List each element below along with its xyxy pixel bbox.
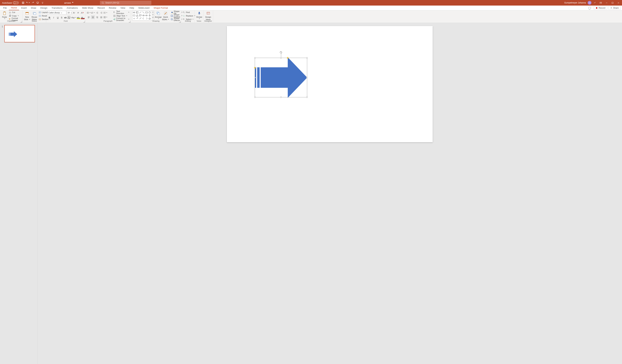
record-button[interactable]: Record	[594, 6, 607, 10]
increase-font-icon[interactable]: A^	[72, 11, 76, 15]
tab-design[interactable]: Design	[38, 5, 49, 10]
tab-view[interactable]: View	[118, 5, 127, 10]
minimize-icon[interactable]	[604, 0, 609, 5]
svg-rect-19	[39, 15, 41, 17]
paragraph-launcher[interactable]	[129, 21, 130, 22]
quick-styles-button[interactable]: Quick Styles	[162, 11, 169, 21]
comments-icon[interactable]	[588, 7, 591, 9]
line-spacing-button[interactable]	[103, 11, 107, 15]
tab-insert[interactable]: Insert	[19, 5, 29, 10]
align-text-button[interactable]: Align Text	[113, 14, 129, 17]
shadow-button[interactable]: S	[60, 16, 63, 19]
align-left-button[interactable]	[87, 15, 91, 19]
shape-gallery[interactable]	[132, 11, 152, 20]
maximize-icon[interactable]	[610, 0, 615, 5]
resize-handle[interactable]	[306, 77, 308, 78]
present-from-start-icon[interactable]	[35, 0, 40, 5]
copy-button[interactable]: Copy	[9, 14, 21, 17]
tab-review[interactable]: Review	[107, 5, 118, 10]
resize-handle[interactable]	[280, 57, 282, 59]
undo-button[interactable]	[26, 0, 30, 5]
slide-thumbnail-1[interactable]	[4, 25, 35, 42]
shape-outline-button[interactable]: Shape Outline	[171, 14, 182, 17]
selected-shape[interactable]	[255, 58, 307, 97]
document-title[interactable]: arrows	[64, 0, 73, 5]
design-ideas-button[interactable]: Design Ideas	[205, 11, 212, 21]
increase-indent-button[interactable]	[99, 11, 103, 15]
rotate-handle-icon[interactable]	[280, 51, 282, 54]
qat-more-icon[interactable]	[40, 0, 45, 5]
cut-button[interactable]: Cut	[9, 11, 21, 14]
underline-button[interactable]: U	[56, 16, 60, 19]
tab-file[interactable]: File	[1, 5, 9, 10]
tab-draw[interactable]: Draw	[29, 5, 38, 10]
new-slide-button[interactable]: New Slide	[24, 11, 30, 21]
char-spacing-button[interactable]: AV	[68, 16, 72, 19]
resize-handle[interactable]	[254, 96, 256, 98]
callout-icon	[139, 14, 142, 17]
tab-home[interactable]: Home	[9, 5, 19, 10]
arrange-button[interactable]: Arrange	[155, 11, 161, 19]
slide-canvas[interactable]	[227, 26, 433, 142]
gallery-down-icon[interactable]	[152, 14, 154, 16]
font-name-input[interactable]: Calibri (Body)	[48, 11, 66, 14]
resize-handle[interactable]	[254, 57, 256, 59]
ribbon-display-icon[interactable]	[598, 0, 603, 5]
tab-record[interactable]: Record	[95, 5, 107, 10]
tab-slideshow[interactable]: Slide Show	[80, 5, 95, 10]
svg-rect-26	[115, 19, 115, 19]
paste-button[interactable]: Paste	[1, 11, 8, 19]
close-icon[interactable]	[616, 0, 621, 5]
decrease-font-icon[interactable]: Aˇ	[76, 11, 80, 15]
share-button[interactable]: Share	[608, 6, 621, 10]
thumb-number: 1	[2, 25, 3, 42]
decrease-indent-button[interactable]	[95, 11, 99, 15]
tab-shape-format[interactable]: Shape Format	[152, 5, 170, 10]
resize-handle[interactable]	[306, 96, 308, 98]
text-direction-button[interactable]: Text Direction	[113, 11, 129, 14]
tab-slidelizard[interactable]: SlideLizard	[136, 5, 152, 10]
autosave-toggle[interactable]: AutoSave Off	[2, 1, 19, 4]
bold-button[interactable]: B	[48, 16, 51, 19]
tab-transitions[interactable]: Transitions	[49, 5, 65, 10]
resize-handle[interactable]	[254, 77, 256, 78]
drawing-launcher[interactable]	[179, 21, 181, 22]
resize-handle[interactable]	[280, 96, 282, 98]
redo-button[interactable]	[31, 0, 35, 5]
tab-animations[interactable]: Animations	[65, 5, 80, 10]
clear-format-icon[interactable]: A↯	[80, 11, 84, 15]
font-launcher[interactable]	[83, 21, 85, 22]
replace-button[interactable]: Replace	[183, 14, 195, 17]
align-center-button[interactable]	[91, 15, 95, 19]
save-icon[interactable]	[21, 0, 25, 5]
dictate-button[interactable]: Dictate	[196, 11, 202, 19]
resize-handle[interactable]	[306, 57, 308, 59]
avatar[interactable]: GI	[588, 1, 591, 5]
justify-button[interactable]	[99, 15, 103, 19]
italic-button[interactable]: I	[52, 16, 56, 19]
find-button[interactable]: Find	[183, 11, 195, 14]
gallery-more-icon[interactable]	[152, 16, 154, 19]
tab-help[interactable]: Help	[127, 5, 136, 10]
gallery-up-icon[interactable]	[152, 11, 154, 14]
font-color-button[interactable]: A	[80, 16, 84, 19]
connector-icon	[139, 17, 142, 19]
svg-rect-37	[171, 19, 173, 20]
mini-arrow-icon	[9, 32, 17, 37]
reuse-slides-button[interactable]: Reuse Slides	[31, 11, 38, 21]
change-case-button[interactable]: Aa	[72, 16, 76, 19]
align-right-button[interactable]	[95, 15, 99, 19]
shape-fill-button[interactable]: Shape Fill	[171, 11, 182, 14]
font-size-input[interactable]: 18	[67, 11, 72, 14]
search-input[interactable]: Search (Alt+Q)	[100, 1, 151, 5]
highlight-button[interactable]	[76, 16, 80, 19]
clipboard-launcher[interactable]	[20, 21, 22, 22]
roundrect-icon	[133, 14, 135, 17]
slide-panel: 1	[0, 23, 38, 364]
bullets-button[interactable]	[87, 11, 91, 15]
numbering-button[interactable]	[91, 11, 95, 15]
coming-soon-icon[interactable]	[592, 0, 597, 5]
brace1-icon	[142, 17, 145, 19]
strike-button[interactable]: ab	[63, 16, 67, 19]
columns-button[interactable]	[103, 15, 107, 19]
